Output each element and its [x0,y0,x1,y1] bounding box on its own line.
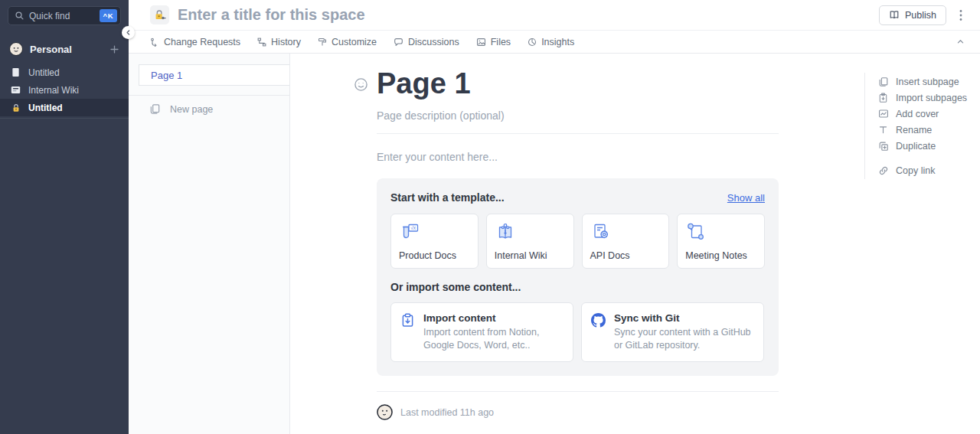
customize-icon [318,38,327,47]
action-label: Add cover [896,109,939,119]
github-icon [591,313,606,352]
api-docs-icon [590,221,662,243]
sync-with-git-card[interactable]: Sync with Git Sync your content with a G… [581,302,764,362]
import-subpages-action[interactable]: Import subpages [877,90,974,106]
content-row: Page 1 New page Page 1 [129,54,980,434]
copy-link-action[interactable]: Copy link [877,162,974,178]
space-emoji-button[interactable] [150,5,169,24]
sidebar-item-label: Untitled [28,103,63,113]
sidebar-item-untitled-1[interactable]: Untitled [0,64,129,81]
tab-history[interactable]: History [257,37,301,47]
template-card-internal-wiki[interactable]: Internal Wiki [486,214,574,269]
sidebar-collapse-button[interactable] [122,26,135,39]
lock-with-key-icon [153,8,166,21]
import-card-description: Import content from Notion, Google Docs,… [423,326,564,352]
shortcut-badge: ^K [100,9,117,22]
page-description-placeholder[interactable]: Page description (optional) [377,109,779,122]
template-card-api-docs[interactable]: API Docs [582,214,670,269]
insights-icon [528,38,537,47]
book-icon [889,10,900,20]
space-header: Publish [129,0,980,31]
action-label: Copy link [896,165,935,176]
collapse-tabbar-button[interactable] [956,38,965,46]
new-page-icon [149,103,161,115]
space-tabbar: Change Requests History Customize Discus… [129,31,980,54]
import-subpages-icon [877,93,889,103]
main-column: Publish Change Requests History [129,0,980,434]
starter-panel: Start with a template... Show all [377,178,779,376]
cover-icon [877,109,889,119]
smiley-icon [354,77,368,92]
internal-wiki-icon [495,221,566,243]
rename-action[interactable]: Rename [877,122,974,138]
template-card-label: API Docs [590,250,662,261]
wiki-icon [11,86,21,94]
tab-change-requests[interactable]: Change Requests [150,37,240,47]
sidebar-item-untitled-2-selected[interactable]: Untitled [0,99,129,116]
page-list-item-selected[interactable]: Page 1 [139,64,289,86]
more-options-button[interactable] [957,7,965,24]
new-page-button[interactable]: New page [129,96,289,115]
template-cards: √x Product Docs [390,214,765,269]
workspace-header[interactable]: Personal [0,36,129,64]
duplicate-action[interactable]: Duplicate [877,138,974,154]
divider [377,133,779,134]
ellipsis-vertical-icon [959,9,962,21]
subpage-icon [877,77,889,87]
tab-label: Files [491,37,511,47]
template-card-meeting-notes[interactable]: Meeting Notes [677,214,765,269]
add-cover-action[interactable]: Add cover [877,106,974,122]
page-emoji-button[interactable] [354,77,368,92]
rename-icon [877,125,889,135]
new-page-label: New page [170,104,213,115]
sidebar-item-internal-wiki[interactable]: Internal Wiki [0,81,129,99]
action-label: Rename [896,125,932,135]
add-space-button[interactable] [109,44,119,54]
files-icon [476,38,486,47]
template-card-label: Meeting Notes [685,250,756,261]
tab-label: Change Requests [164,37,240,47]
page-icon [11,67,21,77]
document-area: Page 1 Page description (optional) Enter… [290,54,980,434]
insert-subpage-action[interactable]: Insert subpage [877,73,974,90]
templates-heading: Start with a template... [390,191,727,204]
last-modified-text: Last modified 11h ago [400,407,494,418]
page-actions-rail: Insert subpage Import subpages Add cover [864,73,980,179]
template-card-product-docs[interactable]: √x Product Docs [390,214,479,269]
tab-label: History [271,37,301,47]
user-avatar[interactable] [377,404,393,420]
divider [377,391,779,392]
publish-label: Publish [905,10,936,21]
space-title-input[interactable] [176,5,879,24]
tab-label: Discussions [408,37,459,47]
tab-discussions[interactable]: Discussions [394,37,459,47]
link-icon [877,165,889,176]
document: Page 1 Page description (optional) Enter… [354,67,842,420]
import-content-card[interactable]: Import content Import content from Notio… [390,302,573,362]
tab-label: Insights [541,37,574,47]
quick-find-search[interactable]: Quick find ^K [8,6,121,25]
import-cards: Import content Import content from Notio… [390,302,765,362]
template-card-label: Internal Wiki [495,250,566,261]
discussions-icon [394,38,403,47]
publish-button[interactable]: Publish [879,5,946,25]
action-label: Import subpages [896,93,967,103]
show-all-link[interactable]: Show all [727,192,765,204]
last-modified-row: Last modified 11h ago [377,404,779,420]
import-card-title: Sync with Git [614,312,754,324]
page-title[interactable]: Page 1 [377,67,471,100]
quick-find-label: Quick find [29,11,95,21]
workspace-name: Personal [30,44,103,55]
action-label: Duplicate [896,141,936,152]
tab-files[interactable]: Files [476,37,511,47]
chevron-up-icon [956,38,965,46]
change-requests-icon [150,38,159,47]
tab-insights[interactable]: Insights [528,37,574,47]
search-icon [15,11,24,21]
content-placeholder[interactable]: Enter your content here... [377,151,779,163]
tab-customize[interactable]: Customize [318,37,377,47]
lock-icon [11,103,21,113]
workspace-avatar [9,42,23,56]
chevron-left-icon [125,29,132,36]
import-card-description: Sync your content with a GitHub or GitLa… [614,326,754,352]
